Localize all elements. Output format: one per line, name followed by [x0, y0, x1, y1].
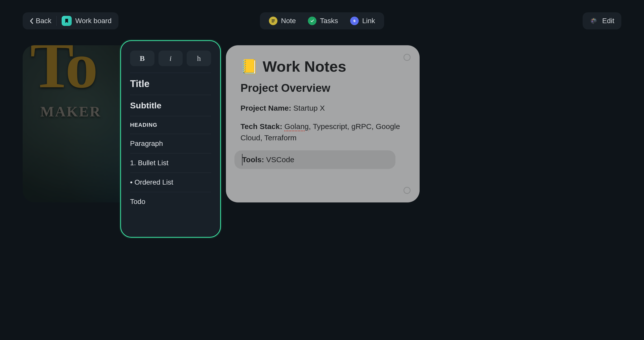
note-label: Note — [281, 17, 296, 25]
style-subtitle[interactable]: Subtitle — [130, 95, 211, 116]
note-title-text: Work Notes — [263, 58, 346, 75]
format-inline-row: B i h — [130, 51, 211, 66]
svg-point-3 — [592, 21, 593, 22]
note-icon — [269, 17, 277, 25]
link-icon — [350, 17, 359, 25]
back-button[interactable]: Back — [30, 17, 51, 25]
bold-button[interactable]: B — [130, 51, 154, 66]
style-paragraph[interactable]: Paragraph — [130, 134, 211, 153]
notebook-icon: 📒 — [240, 58, 258, 75]
note-line-project[interactable]: Project Name: Startup X — [240, 102, 405, 114]
tech-stack-spellword: Golang — [285, 122, 309, 131]
svg-point-2 — [594, 19, 595, 20]
style-bullet[interactable]: 1. Bullet List — [130, 153, 211, 173]
image-overlay-text-large: To — [30, 45, 96, 103]
back-label: Back — [36, 17, 51, 25]
highlight-button[interactable]: h — [187, 51, 211, 66]
note-subtitle[interactable]: Project Overview — [240, 82, 405, 94]
topbar-left-group: Back Work board — [23, 12, 118, 29]
new-link-button[interactable]: Link — [347, 15, 378, 27]
divider — [56, 16, 57, 26]
check-icon — [308, 17, 316, 25]
tasks-label: Tasks — [320, 17, 338, 25]
style-ordered[interactable]: • Ordered List — [130, 173, 211, 192]
italic-button[interactable]: i — [158, 51, 183, 66]
note-title-row[interactable]: 📒 Work Notes — [240, 58, 405, 75]
project-name-value: Startup X — [291, 104, 325, 112]
format-popup: B i h Title Subtitle HEADING Paragraph 1… — [120, 40, 221, 238]
chevron-left-icon — [30, 18, 33, 24]
edit-button[interactable]: Edit — [583, 12, 621, 29]
project-name-label: Project Name: — [240, 104, 291, 112]
note-line-techstack[interactable]: Tech Stack: Golang, Typescript, gRPC, Go… — [240, 121, 405, 143]
app-root: Back Work board Note Tasks — [0, 0, 644, 340]
resize-handle-top[interactable] — [404, 54, 411, 61]
topbar-center-group: Note Tasks Link — [260, 12, 384, 29]
style-heading[interactable]: HEADING — [130, 116, 211, 134]
new-tasks-button[interactable]: Tasks — [305, 15, 341, 27]
block-style-list: Title Subtitle HEADING Paragraph 1. Bull… — [130, 73, 211, 211]
note-line-tools-active[interactable]: Tools: VSCode — [234, 150, 395, 169]
palette-icon — [590, 17, 598, 25]
top-toolbar: Back Work board Note Tasks — [0, 10, 644, 31]
bookmark-icon — [62, 16, 72, 26]
tech-stack-label: Tech Stack: — [240, 122, 282, 131]
svg-point-0 — [592, 19, 593, 20]
note-card[interactable]: 📒 Work Notes Project Overview Project Na… — [226, 45, 420, 202]
board-chip[interactable]: Work board — [62, 16, 111, 26]
style-title[interactable]: Title — [130, 73, 211, 95]
edit-label: Edit — [602, 17, 614, 25]
tools-label: Tools: — [242, 155, 264, 164]
new-note-button[interactable]: Note — [266, 15, 299, 27]
resize-handle-bottom[interactable] — [404, 187, 411, 194]
text-caret — [242, 154, 243, 165]
style-todo[interactable]: Todo — [130, 192, 211, 211]
svg-point-1 — [593, 18, 594, 19]
tools-value: VSCode — [264, 155, 294, 164]
link-label: Link — [362, 17, 375, 25]
board-canvas[interactable]: To MAKER B i h Title Subtitle HEADING Pa… — [0, 40, 644, 340]
image-overlay-text-small: MAKER — [40, 103, 101, 120]
board-label: Work board — [75, 17, 111, 25]
